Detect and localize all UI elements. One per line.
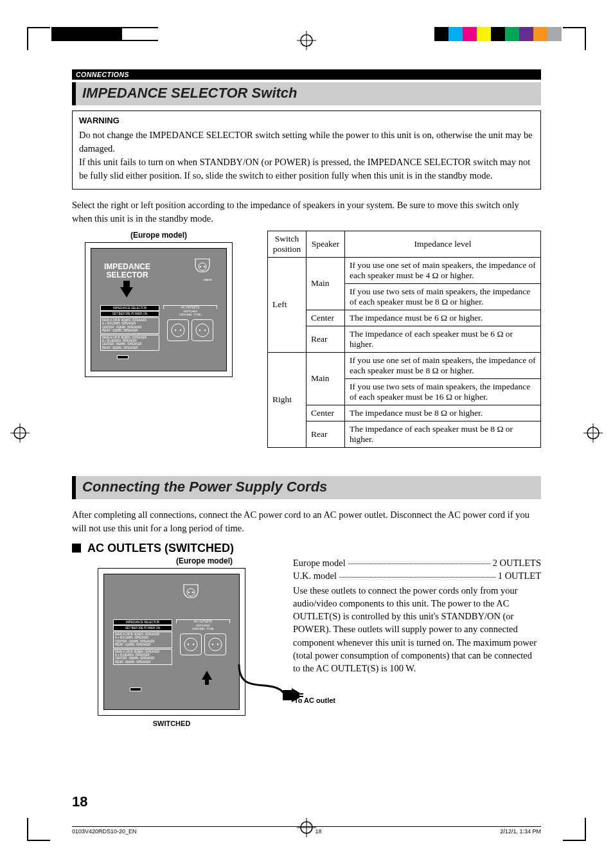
svg-point-26 <box>193 644 194 645</box>
outlet-icon <box>167 319 189 341</box>
figure-caption: (Europe model) <box>72 231 245 240</box>
footer-left: 0103V420RDS10-20_EN <box>72 828 137 835</box>
outlets-count-left: Europe model <box>293 556 346 569</box>
svg-point-23 <box>192 592 193 593</box>
cell-speaker: Rear <box>306 326 345 352</box>
svg-point-14 <box>204 266 205 267</box>
cell-level: The impedance of each speaker must be 6 … <box>345 326 541 352</box>
outlets-count-uk: U.K. model 1 OUTLET <box>293 569 541 582</box>
cell-speaker: Rear <box>306 421 345 447</box>
rear-panel-figure: IMPEDANCESELECTOR MAINS IMPEDANCE SELECT… <box>85 242 233 377</box>
cell-switch-right: Right <box>268 352 306 447</box>
warning-paragraph-2: If this unit fails to turn on when STAND… <box>79 155 534 182</box>
warning-box: WARNING Do not change the IMPEDANCE SELE… <box>72 111 541 190</box>
registration-target-icon <box>297 31 316 50</box>
cell-level: If you use one set of main speakers, the… <box>345 257 541 283</box>
registration-bar-left <box>51 27 158 41</box>
svg-point-29 <box>217 644 218 645</box>
to-ac-outlet-label: To AC outlet <box>278 696 335 704</box>
cell-level: If you use one set of main speakers, the… <box>345 352 541 378</box>
warning-paragraph-1: Do not change the IMPEDANCE SELECTOR swi… <box>79 128 534 155</box>
outlets-body-paragraph: Use these outlets to connect the power c… <box>293 584 541 675</box>
cell-speaker: Center <box>306 310 345 326</box>
power-cord-icon <box>220 658 303 716</box>
crop-mark <box>27 27 50 50</box>
crop-mark <box>563 818 586 841</box>
svg-point-25 <box>188 644 189 645</box>
intro-paragraph: Select the right or left position accord… <box>72 199 541 226</box>
crop-mark <box>27 818 50 841</box>
power-inlet-icon <box>181 583 200 603</box>
outlets-count-right: 1 OUTLET <box>498 569 541 582</box>
svg-point-22 <box>188 592 190 593</box>
registration-bar-right <box>434 27 562 41</box>
sub-heading-text: AC OUTLETS (SWITCHED) <box>87 542 234 555</box>
th-switch-position: Switch position <box>268 231 306 257</box>
outlet-icon <box>204 633 226 655</box>
figure-caption-2: (Europe model) <box>72 556 271 565</box>
svg-point-13 <box>200 266 201 267</box>
svg-point-18 <box>196 324 209 337</box>
switched-label: SWITCHED <box>72 720 271 727</box>
square-bullet-icon <box>72 544 81 553</box>
cell-speaker: Center <box>306 405 345 421</box>
cell-speaker: Main <box>306 257 345 310</box>
selector-switch-slider-icon <box>130 687 141 691</box>
svg-point-21 <box>187 589 195 596</box>
cell-speaker: Main <box>306 352 345 405</box>
power-inlet-icon: MAINS <box>193 258 212 277</box>
svg-point-28 <box>211 644 213 645</box>
svg-point-17 <box>180 330 181 331</box>
svg-point-24 <box>184 638 197 651</box>
sub-heading-ac-outlets: AC OUTLETS (SWITCHED) <box>72 542 541 555</box>
cell-level: The impedance of each speaker must be 8 … <box>345 421 541 447</box>
svg-point-16 <box>175 330 176 331</box>
arrow-down-icon <box>120 287 133 297</box>
th-impedance-level: Impedance level <box>345 231 541 257</box>
registration-target-icon <box>583 423 603 445</box>
cell-level: The impedance must be 6 Ω or higher. <box>345 310 541 326</box>
svg-point-12 <box>199 263 206 270</box>
footer-center: 18 <box>315 828 322 835</box>
impedance-table: Switch position Speaker Impedance level … <box>267 231 541 448</box>
cell-level: If you use two sets of main speakers, th… <box>345 378 541 405</box>
outlet-icon <box>180 633 202 655</box>
ac-outlets-figure-block: AC OUTLETS SWITCHED 100W MAX. TOTAL <box>176 619 230 656</box>
cell-level: If you use two sets of main speakers, th… <box>345 283 541 310</box>
cell-switch-left: Left <box>268 257 306 352</box>
impedance-selector-chart: IMPEDANCE SELECTOR SET BEFORE POWER ON M… <box>100 305 159 351</box>
svg-point-15 <box>172 324 184 337</box>
running-header: CONNECTIONS <box>72 69 541 80</box>
section-title-power: Connecting the Power Supply Cords <box>72 476 541 499</box>
registration-target-icon <box>10 423 30 445</box>
ac-outlets-figure-block: AC OUTLETS SWITCHED 100W MAX. TOTAL <box>163 305 217 342</box>
footer-right: 2/12/1, 1:34 PM <box>500 828 541 835</box>
outlets-count-left: U.K. model <box>293 569 337 582</box>
crop-mark <box>563 27 586 50</box>
svg-point-20 <box>204 330 205 331</box>
svg-point-27 <box>209 638 222 651</box>
selector-switch-slider-icon <box>117 355 129 359</box>
page-number: 18 <box>72 793 87 810</box>
power-intro-paragraph: After completing all connections, connec… <box>72 508 541 535</box>
cell-level: The impedance must be 8 Ω or higher. <box>345 405 541 421</box>
impedance-selector-chart: IMPEDANCE SELECTOR SET BEFORE POWER ON M… <box>113 619 172 665</box>
impedance-selector-label: IMPEDANCESELECTOR <box>104 263 150 279</box>
section-title-impedance: IMPEDANCE SELECTOR Switch <box>72 82 541 105</box>
mains-label: MAINS <box>193 278 212 281</box>
outlets-count-right: 2 OUTLETS <box>493 556 541 569</box>
outlets-count-europe: Europe model 2 OUTLETS <box>293 556 541 569</box>
th-speaker: Speaker <box>306 231 345 257</box>
outlet-icon <box>191 319 213 341</box>
footer: 0103V420RDS10-20_EN 18 2/12/1, 1:34 PM <box>72 826 541 835</box>
warning-heading: WARNING <box>79 115 534 127</box>
svg-point-19 <box>199 330 200 331</box>
